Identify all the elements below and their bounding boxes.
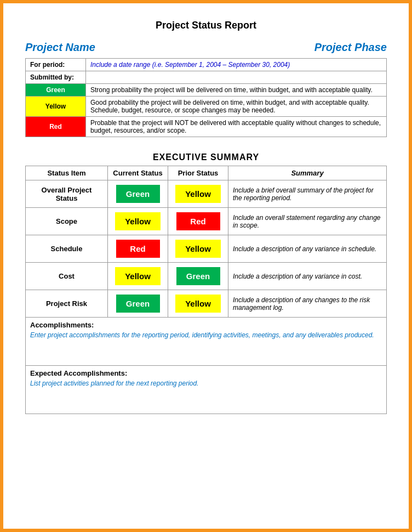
exec-summary-title: EXECUTIVE SUMMARY xyxy=(25,152,387,162)
submitted-by-value xyxy=(86,71,387,84)
exec-row-0: Overall Project StatusGreenYellowInclude… xyxy=(26,180,387,208)
status-item-3: Cost xyxy=(26,263,108,290)
yellow-row: Yellow Good probability the project will… xyxy=(26,97,387,117)
submitted-by-label: Submitted by: xyxy=(26,71,86,84)
summary-3: Include a description of any variance in… xyxy=(228,263,387,290)
exec-row-2: ScheduleRedYellowInclude a description o… xyxy=(26,235,387,263)
status-item-4: Project Risk xyxy=(26,290,108,318)
accomplishments-body: Enter project accomplishments for the re… xyxy=(30,329,382,362)
header-prior-status: Prior Status xyxy=(168,166,228,180)
current-status-0: Green xyxy=(108,180,168,208)
summary-0: Include a brief overall summary of the p… xyxy=(228,180,387,208)
project-phase-label: Project Phase xyxy=(314,41,387,54)
green-row: Green Strong probability the project wil… xyxy=(26,84,387,97)
status-item-2: Schedule xyxy=(26,235,108,263)
prior-badge-0: Yellow xyxy=(175,185,221,203)
exec-row-4: Project RiskGreenYellowInclude a descrip… xyxy=(26,290,387,318)
summary-1: Include an overall statement regarding a… xyxy=(228,208,387,235)
page-container: Project Status Report Project Name Proje… xyxy=(3,3,409,431)
prior-status-2: Yellow xyxy=(168,235,228,263)
prior-status-3: Green xyxy=(168,263,228,290)
period-row: For period: Include a date range (i.e. S… xyxy=(26,59,387,71)
red-label: Red xyxy=(26,117,86,137)
current-badge-4: Green xyxy=(116,295,160,313)
prior-badge-2: Yellow xyxy=(175,240,221,258)
prior-status-4: Yellow xyxy=(168,290,228,318)
exec-row-3: CostYellowGreenInclude a description of … xyxy=(26,263,387,290)
accomplishments-cell: Accomplishments: Enter project accomplis… xyxy=(26,318,387,366)
submitted-row: Submitted by: xyxy=(26,71,387,84)
status-item-1: Scope xyxy=(26,208,108,235)
prior-status-0: Yellow xyxy=(168,180,228,208)
current-badge-2: Red xyxy=(116,240,160,258)
expected-accomplishments-row: Expected Accomplishments: List project a… xyxy=(26,366,387,414)
expected-label: Expected Accomplishments: xyxy=(30,369,382,377)
green-label: Green xyxy=(26,84,86,97)
current-status-2: Red xyxy=(108,235,168,263)
yellow-desc: Good probability the project will be del… xyxy=(86,97,387,117)
red-row: Red Probable that the project will NOT b… xyxy=(26,117,387,137)
summary-4: Include a description of any changes to … xyxy=(228,290,387,318)
yellow-label: Yellow xyxy=(26,97,86,117)
main-title: Project Status Report xyxy=(25,20,387,31)
prior-badge-4: Yellow xyxy=(175,295,221,313)
accomplishments-row: Accomplishments: Enter project accomplis… xyxy=(26,318,387,366)
expected-body: List project activities planned for the … xyxy=(30,377,382,410)
green-desc: Strong probability the project will be d… xyxy=(86,84,387,97)
current-status-3: Yellow xyxy=(108,263,168,290)
header-current-status: Current Status xyxy=(108,166,168,180)
accomplishments-label: Accomplishments: xyxy=(30,321,382,329)
current-status-4: Green xyxy=(108,290,168,318)
prior-badge-1: Red xyxy=(176,212,220,230)
for-period-label: For period: xyxy=(26,59,86,71)
current-badge-3: Yellow xyxy=(115,267,161,285)
current-badge-0: Green xyxy=(116,185,160,203)
summary-2: Include a description of any variance in… xyxy=(228,235,387,263)
header-status-item: Status Item xyxy=(26,166,108,180)
prior-badge-3: Green xyxy=(176,267,220,285)
project-name-label: Project Name xyxy=(25,41,95,54)
prior-status-1: Red xyxy=(168,208,228,235)
exec-header-row: Status Item Current Status Prior Status … xyxy=(26,166,387,180)
exec-summary-table: Status Item Current Status Prior Status … xyxy=(25,166,387,414)
project-header: Project Name Project Phase xyxy=(25,41,387,54)
header-summary: Summary xyxy=(228,166,387,180)
exec-row-1: ScopeYellowRedInclude an overall stateme… xyxy=(26,208,387,235)
status-item-0: Overall Project Status xyxy=(26,180,108,208)
legend-table: For period: Include a date range (i.e. S… xyxy=(25,58,387,137)
red-desc: Probable that the project will NOT be de… xyxy=(86,117,387,137)
current-status-1: Yellow xyxy=(108,208,168,235)
current-badge-1: Yellow xyxy=(115,212,161,230)
for-period-value: Include a date range (i.e. September 1, … xyxy=(86,59,387,71)
expected-cell: Expected Accomplishments: List project a… xyxy=(26,366,387,414)
